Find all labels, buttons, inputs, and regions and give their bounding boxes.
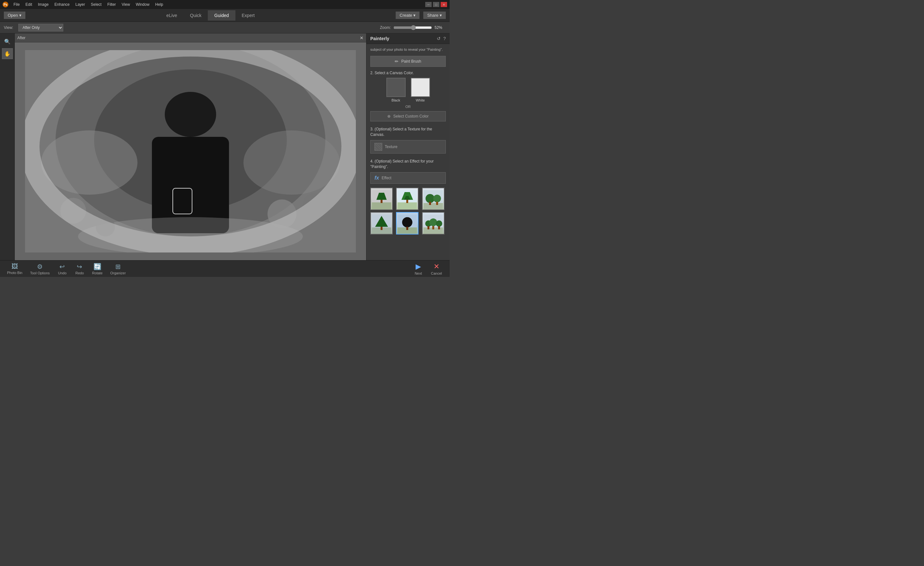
texture-button[interactable]: Texture [370,140,446,153]
next-button[interactable]: ▶ Next [411,261,426,276]
cancel-button[interactable]: ✕ Cancel [427,261,446,276]
menu-bar: File Edit Image Enhance Layer Select Fil… [11,2,166,8]
menu-file[interactable]: File [11,2,22,8]
menu-window[interactable]: Window [133,2,152,8]
redo-label: Redo [75,271,84,275]
view-label: View: [4,26,13,30]
svg-rect-26 [429,202,431,205]
svg-rect-24 [424,203,443,209]
effect-thumb-2[interactable] [396,188,418,210]
redo-button[interactable]: ↪ Redo [72,261,88,276]
redo-icon: ↪ [77,263,82,270]
effect-section-label: 4. (Optional) Select an Effect for your … [370,159,446,170]
rotate-button[interactable]: 🔄 Rotate [89,261,106,276]
view-select[interactable]: After Only Before Only Before & After (H… [18,24,63,32]
open-button[interactable]: Open ▾ [4,12,26,19]
paint-brush-icon: ✏ [395,59,399,64]
menu-enhance[interactable]: Enhance [52,2,72,8]
hand-icon: ✋ [4,51,10,57]
effect-thumb-5[interactable] [396,212,418,234]
or-divider: OR [370,105,446,108]
photo-bin-button[interactable]: 🖼 Photo Bin [4,261,26,276]
black-color-option[interactable]: Black [386,78,406,102]
effect-button[interactable]: fx Effect [370,172,446,184]
main-content: 🔍 ✋ After ✕ [0,33,450,260]
organizer-button[interactable]: ⊞ Organizer [107,261,129,276]
share-dropdown-icon: ▾ [440,13,442,18]
effect-thumb-3[interactable] [422,188,444,210]
tab-expert[interactable]: Expert [236,10,261,21]
photo-container [25,50,356,252]
tool-options-icon: ⚙ [37,263,43,270]
tool-options-button[interactable]: ⚙ Tool Options [27,261,53,276]
maximize-button[interactable]: □ [433,2,440,7]
canvas-header: After ✕ [15,33,366,42]
svg-rect-42 [432,226,434,229]
black-label: Black [392,98,400,102]
texture-icon [375,143,382,151]
undo-button[interactable]: ↩ Undo [54,261,70,276]
panel-content: subject of your photo to reveal your "Pa… [366,44,450,260]
header-right: Create ▾ Share ▾ [396,12,446,19]
hand-tool-button[interactable]: ✋ [2,48,13,59]
organizer-label: Organizer [110,271,126,275]
black-swatch [386,78,406,97]
svg-point-7 [243,131,340,195]
photo-canvas[interactable] [25,50,356,252]
open-dropdown-icon: ▾ [19,13,21,18]
svg-rect-28 [436,202,438,205]
svg-rect-32 [381,227,382,230]
search-icon: 🔍 [4,39,10,45]
search-tool-button[interactable]: 🔍 [2,36,13,47]
undo-label: Undo [58,271,66,275]
close-canvas-button[interactable]: ✕ [360,35,363,41]
menu-filter[interactable]: Filter [105,2,118,8]
tab-elive[interactable]: eLive [160,10,183,21]
menu-image[interactable]: Image [35,2,51,8]
svg-rect-44 [438,226,440,229]
svg-rect-22 [406,200,408,203]
texture-label: Texture [385,144,397,149]
photo-bin-icon: 🖼 [12,263,18,270]
svg-rect-17 [381,200,382,203]
white-label: White [416,98,424,102]
paint-brush-button[interactable]: ✏ Paint Brush [370,56,446,67]
cancel-label: Cancel [431,272,442,275]
right-panel: Painterly ↺ ? subject of your photo to r… [366,33,450,260]
color-section: 2. Select a Canvas Color. Black White OR… [370,71,446,122]
canvas-title: After [17,36,26,40]
white-swatch [411,78,430,97]
titlebar: Ps File Edit Image Enhance Layer Select … [0,0,450,9]
effect-thumb-1[interactable] [370,188,393,210]
rotate-icon: 🔄 [93,263,102,270]
titlebar-right: ─ □ ✕ [425,2,447,7]
custom-color-button[interactable]: ⊕ Select Custom Color [370,111,446,122]
svg-point-6 [41,131,138,195]
menu-select[interactable]: Select [88,2,104,8]
tab-quick[interactable]: Quick [184,10,208,21]
panel-header: Painterly ↺ ? [366,33,450,44]
tab-guided[interactable]: Guided [208,10,235,21]
zoom-slider[interactable] [393,25,432,30]
minimize-button[interactable]: ─ [425,2,432,7]
close-button[interactable]: ✕ [441,2,447,7]
menu-layer[interactable]: Layer [73,2,88,8]
effect-thumb-6[interactable] [422,212,444,234]
effect-grid [370,188,446,234]
effect-thumb-4[interactable] [370,212,393,234]
menu-help[interactable]: Help [153,2,166,8]
zoom-value: 52% [435,26,446,30]
share-button[interactable]: Share ▾ [423,12,446,19]
svg-rect-19 [398,203,417,209]
refresh-button[interactable]: ↺ [437,36,441,41]
canvas-content [15,42,366,260]
create-button[interactable]: Create ▾ [396,12,420,19]
white-color-option[interactable]: White [411,78,430,102]
share-label: Share [427,13,438,18]
menu-edit[interactable]: Edit [23,2,34,8]
zoom-label: Zoom: [380,26,391,30]
help-button[interactable]: ? [443,36,446,41]
menu-view[interactable]: View [119,2,133,8]
create-label: Create [399,13,412,18]
svg-point-41 [429,218,437,226]
